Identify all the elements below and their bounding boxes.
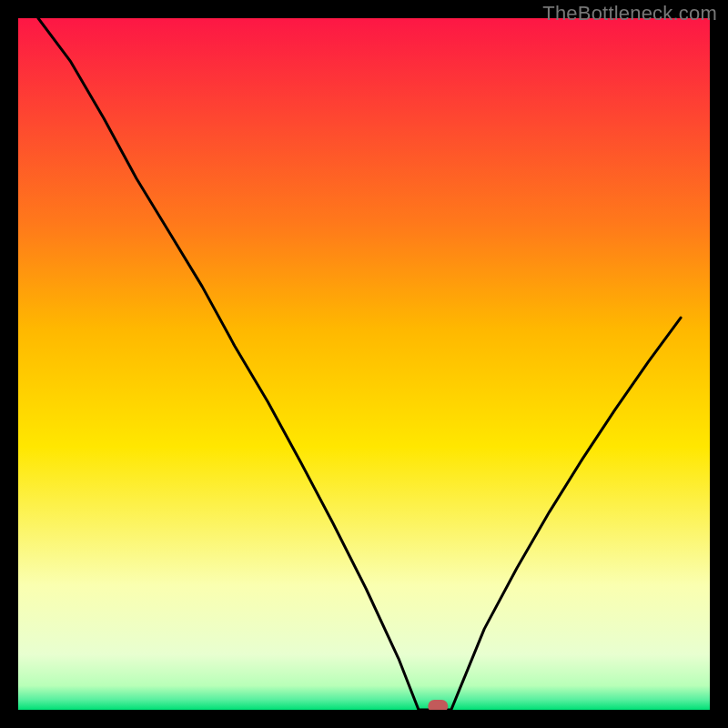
gradient-background [18, 18, 710, 710]
optimum-marker [428, 700, 448, 710]
chart-frame: TheBottleneck.com [0, 0, 728, 728]
bottleneck-curve-chart [18, 18, 710, 710]
